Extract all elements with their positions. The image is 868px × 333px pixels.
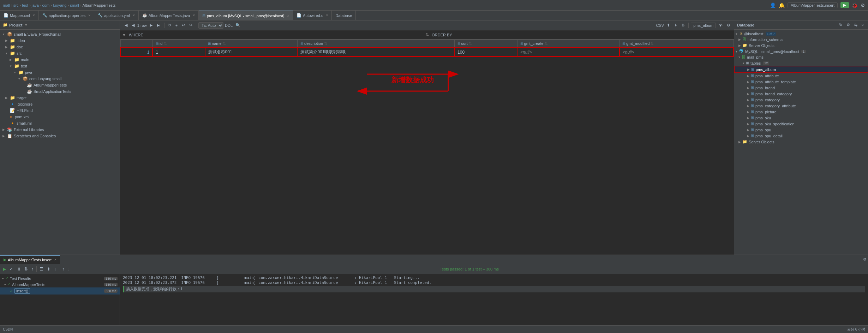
db-tree-server-objects-2[interactable]: ▶ 📁 Server Objects bbox=[734, 139, 868, 145]
run-item-insert[interactable]: ✓ insert() 380 ms bbox=[0, 287, 120, 295]
tab-pms-album[interactable]: ⊞ pms_album [MySQL - small_pms@localhost… bbox=[199, 11, 293, 20]
next-fail-btn[interactable]: ↓ bbox=[66, 266, 71, 272]
tree-package[interactable]: ▾ 📦 com.luoyang.small bbox=[0, 76, 120, 82]
undo-btn[interactable]: ↩ bbox=[180, 22, 186, 28]
col-gmt-modified[interactable]: ⊞ gmt_modified ⇅ bbox=[619, 40, 734, 48]
cell-gmt-modified[interactable]: <null> bbox=[619, 48, 734, 57]
db-tree-pms-attribute[interactable]: ▶ ⊞ pms_attribute bbox=[734, 73, 868, 79]
ddl-label[interactable]: DDL bbox=[225, 23, 233, 28]
settings-icon[interactable]: ⚙ bbox=[861, 2, 865, 8]
tree-small-app-tests[interactable]: ☕ SmallApplicationTests bbox=[0, 88, 120, 95]
tab-mapper-xml[interactable]: 📄 Mapper.xml × bbox=[0, 11, 39, 20]
tree-iml[interactable]: 🔸 small.iml bbox=[0, 120, 120, 126]
tree-external-libs[interactable]: ▶ 📚 External Libraries bbox=[0, 126, 120, 133]
db-tree-pms-attribute-template[interactable]: ▶ ⊞ pms_attribute_template bbox=[734, 79, 868, 85]
nav-last-btn[interactable]: ▶| bbox=[155, 22, 162, 28]
check-btn[interactable]: ✓ bbox=[8, 266, 14, 272]
db-tree-localhost[interactable]: ▾ 🖥 @localhost 1 of 7 bbox=[734, 31, 868, 37]
tab-album-mapper-tests[interactable]: ☕ AlbumMapperTests.java × bbox=[139, 11, 199, 20]
cell-name[interactable]: 测试名称001 bbox=[205, 48, 298, 57]
db-panel-settings[interactable]: ⚙ bbox=[845, 22, 851, 28]
import-run-btn[interactable]: ↓ bbox=[53, 266, 58, 272]
db-tree-pms-album[interactable]: ▶ ⊞ pms_album bbox=[734, 66, 868, 73]
schema-label[interactable]: pms_album bbox=[691, 23, 716, 28]
table-row[interactable]: 1 1 测试名称001 测试简介001哦哦哦哦哦 100 <null> <nul… bbox=[120, 48, 734, 57]
db-tree-mysql-localhost[interactable]: ▾ 🐬 MySQL - small_pms@localhost 1 bbox=[734, 48, 868, 54]
run-config-selector[interactable]: AlbumMapperTests.insert bbox=[788, 2, 838, 8]
db-tree-pms-sku[interactable]: ▶ ⊞ pms_sku bbox=[734, 115, 868, 121]
col-sort[interactable]: ⊞ sort ⇅ bbox=[454, 40, 517, 48]
col-gmt-create[interactable]: ⊞ gmt_create ⇅ bbox=[517, 40, 619, 48]
tx-mode-select[interactable]: Tx: Auto bbox=[198, 22, 223, 29]
run-item-test-results[interactable]: ▾ ✓ Test Results 380 ms bbox=[0, 275, 120, 281]
tree-target[interactable]: ▶ 📁 target bbox=[0, 95, 120, 101]
db-tree-pms-brand[interactable]: ▶ ⊞ pms_brand bbox=[734, 85, 868, 91]
close-tab-4[interactable]: × bbox=[287, 14, 289, 18]
tree-src[interactable]: ▾ 📁 src bbox=[0, 50, 120, 57]
tree-idea[interactable]: ▶ 📁 .idea bbox=[0, 37, 120, 44]
col-name[interactable]: ⊞ name ⇅ bbox=[205, 40, 298, 48]
vcs-icon[interactable]: 🔔 bbox=[779, 2, 785, 8]
rerun-btn[interactable]: ▶ bbox=[1, 266, 7, 272]
tree-scratches[interactable]: ▶ 📋 Scratches and Consoles bbox=[0, 133, 120, 139]
run-item-album-mapper[interactable]: ▾ ✓ AlbumMapperTests 380 ms bbox=[0, 281, 120, 287]
tree-doc[interactable]: ▶ 📁 doc bbox=[0, 44, 120, 50]
nav-prev-btn[interactable]: ◀ bbox=[130, 22, 136, 28]
tree-album-mapper-tests[interactable]: ☕ AlbumMapperTests bbox=[0, 82, 120, 88]
close-tab-5[interactable]: × bbox=[326, 13, 328, 17]
db-tree-pms-spu[interactable]: ▶ ⊞ pms_spu bbox=[734, 127, 868, 133]
close-tab-2[interactable]: × bbox=[133, 13, 135, 17]
tree-pom[interactable]: m pom.xml bbox=[0, 114, 120, 120]
tree-java[interactable]: ▾ 📁 java bbox=[0, 69, 120, 76]
user-icon[interactable]: 👤 bbox=[770, 2, 776, 8]
tab-autowired[interactable]: 📄 Autowired.c × bbox=[293, 11, 332, 20]
tree-help-md[interactable]: 📝 HELP.md bbox=[0, 107, 120, 114]
run-settings-btn[interactable]: ⚙ bbox=[862, 256, 868, 262]
cell-sort[interactable]: 100 bbox=[454, 48, 517, 57]
cell-description[interactable]: 测试简介001哦哦哦哦哦 bbox=[297, 48, 454, 57]
col-id[interactable]: ⊞ id ⇅ bbox=[152, 40, 205, 48]
tree-test[interactable]: ▾ 📁 test bbox=[0, 63, 120, 69]
db-tree-pms-sku-spec[interactable]: ▶ ⊞ pms_sku_specification bbox=[734, 121, 868, 127]
import-btn[interactable]: ⬇ bbox=[673, 22, 679, 28]
db-tree-pms-spu-detail[interactable]: ▶ ⊞ pms_spu_detail bbox=[734, 133, 868, 139]
db-panel-refresh[interactable]: ↻ bbox=[838, 22, 844, 28]
db-tree-pms-category-attr[interactable]: ▶ ⊞ pms_category_attribute bbox=[734, 103, 868, 109]
export-btn[interactable]: ⬆ bbox=[665, 22, 671, 28]
db-tree-mall-pms[interactable]: ▾ 🗄 mall_pms bbox=[734, 54, 868, 60]
tree-main[interactable]: ▶ 📁 main bbox=[0, 57, 120, 63]
tab-database[interactable]: Database bbox=[332, 11, 356, 20]
prev-fail-btn[interactable]: ↑ bbox=[61, 266, 66, 272]
db-tree-pms-brand-category[interactable]: ▶ ⊞ pms_brand_category bbox=[734, 91, 868, 97]
col-description[interactable]: ⊞ description ⇅ bbox=[297, 40, 454, 48]
tree-root[interactable]: ▾ 📦 small E:\Java_Project\small bbox=[0, 31, 120, 37]
db-tree-pms-category[interactable]: ▶ ⊞ pms_category bbox=[734, 97, 868, 103]
cell-id[interactable]: 1 bbox=[152, 48, 205, 57]
run-button[interactable]: ▶ bbox=[840, 2, 849, 8]
refresh-btn[interactable]: ↻ bbox=[167, 22, 173, 28]
add-row-btn[interactable]: + bbox=[174, 23, 179, 28]
export-run-btn[interactable]: ⬆ bbox=[46, 266, 52, 272]
db-panel-close[interactable]: × bbox=[860, 22, 865, 28]
debug-icon[interactable]: 🐞 bbox=[852, 2, 858, 8]
view-btn[interactable]: 👁 bbox=[717, 23, 724, 28]
db-tree-tables[interactable]: ▾ ⊞ tables 12 bbox=[734, 60, 868, 66]
close-run-tab[interactable]: × bbox=[54, 258, 56, 262]
redo-btn[interactable]: ↪ bbox=[188, 22, 194, 28]
tab-app-yml[interactable]: 🔧 application.yml × bbox=[94, 11, 139, 20]
close-tab-3[interactable]: × bbox=[193, 13, 195, 17]
run-tab-album[interactable]: ▶ AlbumMapperTests.insert × bbox=[0, 255, 60, 264]
stop-btn[interactable]: ⏸ bbox=[15, 266, 22, 272]
sort-btn[interactable]: ⇅ bbox=[23, 266, 29, 272]
db-panel-expand[interactable]: ⇆ bbox=[853, 22, 859, 28]
tree-gitignore[interactable]: 🔹 .gitignore bbox=[0, 101, 120, 107]
db-tree-server-objects-1[interactable]: ▶ 📁 Server Objects bbox=[734, 42, 868, 48]
gear-btn[interactable]: ⚙ bbox=[725, 22, 732, 28]
nav-next-btn[interactable]: ▶ bbox=[148, 22, 154, 28]
db-tree-info-schema[interactable]: ▶ 🗄 information_schema bbox=[734, 37, 868, 42]
sort-asc-btn[interactable]: ↑ bbox=[30, 266, 35, 272]
close-tab-1[interactable]: × bbox=[88, 13, 90, 17]
nav-first-btn[interactable]: |◀ bbox=[122, 22, 129, 28]
search-btn[interactable]: 🔍 bbox=[234, 22, 242, 28]
cell-gmt-create[interactable]: <null> bbox=[517, 48, 619, 57]
